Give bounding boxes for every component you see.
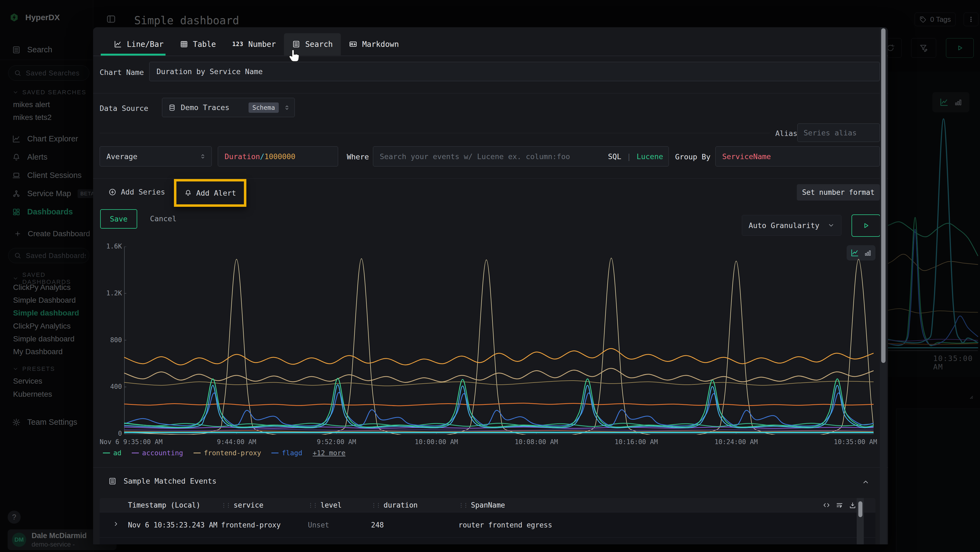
legend-label: ad — [113, 449, 121, 457]
chart-line-icon — [114, 40, 122, 48]
data-source-value: Demo Traces — [181, 103, 243, 112]
y-axis-label: 0 — [99, 430, 122, 437]
legend-label: flagd — [282, 449, 302, 457]
series-blue-spike — [124, 392, 873, 426]
num123-icon: 123 — [232, 41, 243, 48]
legend-swatch — [132, 453, 139, 453]
sample-matched-events-header[interactable]: Sample Matched Events — [108, 477, 216, 485]
legend-item-accounting[interactable]: accounting — [132, 449, 183, 457]
legend-more-link[interactable]: +12 more — [313, 449, 345, 457]
mode-separator: | — [627, 152, 631, 161]
aggregation-value: Average — [107, 152, 137, 161]
expression-number: 1000000 — [264, 152, 295, 161]
tab-number[interactable]: 123Number — [224, 33, 284, 55]
field-expression-input[interactable]: Duration/1000000 — [218, 146, 338, 166]
legend-label: frontend-proxy — [204, 449, 261, 457]
collapse-section-icon[interactable] — [862, 478, 869, 486]
wrap-lines-icon[interactable] — [836, 501, 843, 509]
x-axis-label: Nov 6 9:35:00 AM — [100, 438, 162, 446]
expression-field: Duration — [224, 152, 260, 161]
modal-scrollbar-thumb[interactable] — [881, 28, 886, 363]
series-orange-flat — [124, 431, 873, 432]
series-alias-input[interactable]: Series alias — [797, 123, 880, 142]
add-series-label: Add Series — [121, 188, 165, 196]
legend-swatch — [194, 453, 200, 453]
table-scrollbar-thumb[interactable] — [858, 501, 862, 517]
aggregation-select[interactable]: Average — [100, 146, 212, 166]
set-number-format-label: Set number format — [802, 188, 874, 196]
sql-mode-button[interactable]: SQL — [608, 152, 621, 161]
legend-item-ad[interactable]: ad — [103, 449, 121, 457]
table-row[interactable]: Nov 6 10:35:23.243 AMfrontend-proxyUnset… — [100, 537, 875, 544]
column-drag-handle[interactable]: ⋮⋮ — [308, 502, 317, 508]
table-sql-icon[interactable] — [822, 501, 830, 509]
row-cell: frontend-proxy — [221, 512, 281, 538]
column-header-service[interactable]: ⋮⋮service — [221, 498, 264, 512]
where-label: Where — [347, 153, 369, 161]
table-row[interactable]: Nov 6 10:35:23.243 AMfrontend-proxyUnset… — [100, 512, 875, 538]
chart-name-value: Duration by Service Name — [156, 67, 263, 76]
add-alert-highlight: Add Alert — [174, 179, 247, 207]
lucene-mode-button[interactable]: Lucene — [636, 152, 663, 161]
series-alias-placeholder: Series alias — [803, 129, 857, 137]
add-series-button[interactable]: Add Series — [108, 188, 165, 196]
set-number-format-button[interactable]: Set number format — [797, 184, 880, 201]
y-axis-label: 1.2K — [99, 289, 122, 297]
where-search-input[interactable]: Search your events w/ Lucene ex. column:… — [373, 146, 669, 166]
download-icon[interactable] — [849, 501, 856, 509]
granularity-select[interactable]: Auto Granularity — [742, 215, 842, 236]
row-cell: Unset — [308, 538, 329, 544]
expand-row-icon[interactable] — [113, 521, 119, 527]
x-axis-label: 10:00:00 AM — [415, 438, 458, 446]
cancel-button[interactable]: Cancel — [150, 214, 177, 223]
table-icon — [180, 40, 188, 48]
row-cell: Nov 6 10:35:23.243 AM — [128, 512, 218, 538]
data-source-label: Data Source — [100, 104, 148, 113]
markdown-icon — [349, 40, 357, 48]
column-header-duration[interactable]: ⋮⋮duration — [371, 498, 418, 512]
tab-divider — [93, 56, 888, 56]
save-button[interactable]: Save — [100, 209, 137, 228]
x-axis-label: 10:16:00 AM — [615, 438, 658, 446]
series-khaki-wave — [124, 381, 873, 386]
tab-label: Number — [248, 40, 276, 49]
where-placeholder: Search your events w/ Lucene ex. column:… — [380, 152, 603, 161]
legend-item-frontend-proxy[interactable]: frontend-proxy — [194, 449, 261, 457]
series-cyan-spike — [124, 385, 873, 428]
chevron-updown-icon — [200, 153, 206, 160]
legend-label: accounting — [142, 449, 183, 457]
mouse-cursor — [288, 48, 302, 64]
doc-list-icon — [292, 40, 300, 48]
x-axis-label: 9:52:00 AM — [317, 438, 356, 446]
legend-swatch — [103, 453, 110, 453]
group-by-input[interactable]: ServiceName — [715, 146, 880, 166]
column-header-level[interactable]: ⋮⋮level — [308, 498, 342, 512]
add-alert-button[interactable]: Add Alert — [184, 189, 236, 197]
series-violet-flat — [124, 430, 873, 431]
play-icon — [862, 222, 870, 230]
column-drag-handle[interactable]: ⋮⋮ — [371, 502, 380, 508]
tab-table[interactable]: Table — [172, 33, 224, 55]
legend-item-flagd[interactable]: flagd — [271, 449, 302, 457]
row-cell: 248 — [371, 538, 384, 544]
chart-name-input[interactable]: Duration by Service Name — [149, 62, 880, 81]
tab-line-bar[interactable]: Line/Bar — [106, 33, 172, 55]
row-cell: router frontend egress — [458, 512, 552, 538]
tab-markdown[interactable]: Markdown — [341, 33, 407, 55]
alias-divider — [100, 133, 770, 133]
run-query-button[interactable] — [851, 214, 880, 237]
column-header-timestamp-local-[interactable]: Timestamp (Local) — [128, 498, 200, 512]
events-table: Timestamp (Local)⋮⋮service⋮⋮level⋮⋮durat… — [100, 498, 875, 544]
column-header-spanname[interactable]: ⋮⋮SpanName — [458, 498, 505, 512]
column-drag-handle[interactable]: ⋮⋮ — [221, 502, 230, 508]
chart-legend: adaccountingfrontend-proxyflagd+12 more — [103, 449, 345, 457]
data-source-select[interactable]: Demo Traces Schema — [162, 98, 295, 117]
x-axis-label: 10:24:00 AM — [714, 438, 758, 446]
active-tab-underline — [101, 54, 165, 56]
series-spike-cream — [124, 258, 873, 435]
row-cell: 248 — [371, 512, 384, 538]
schema-badge: Schema — [248, 102, 279, 113]
column-drag-handle[interactable]: ⋮⋮ — [458, 502, 468, 508]
tab-label: Table — [193, 40, 216, 49]
editor-tabs: Line/BarTable123NumberSearchMarkdown — [93, 32, 407, 56]
